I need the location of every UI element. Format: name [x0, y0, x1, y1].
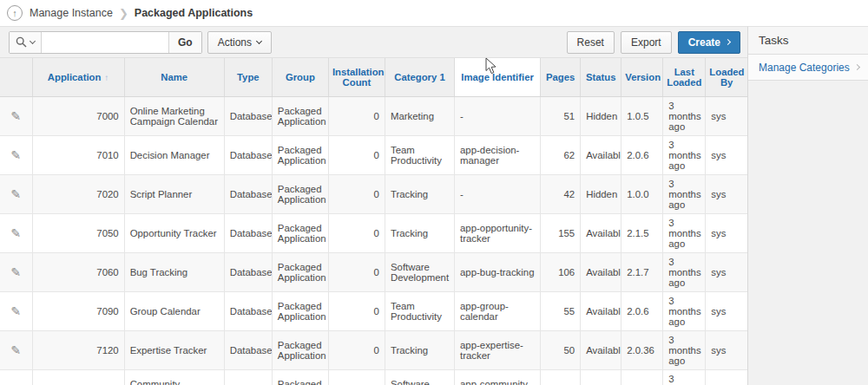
cell-application: 7090 — [32, 291, 124, 330]
search-input[interactable] — [42, 32, 168, 53]
report-toolbar: Go Actions Reset Export Create — [0, 27, 747, 58]
edit-pencil-icon[interactable]: ✎ — [10, 304, 21, 318]
cell-group: Packaged Application — [272, 96, 328, 135]
column-header-image_identifier[interactable]: Image Identifier — [455, 58, 541, 96]
column-header-application[interactable]: Application↑ — [32, 58, 124, 96]
edit-cell: ✎ — [0, 330, 32, 369]
table-header-row: Application↑NameTypeGroupInstallation Co… — [0, 58, 747, 96]
cell-last_loaded: 3 months ago — [663, 252, 706, 291]
edit-pencil-icon[interactable]: ✎ — [10, 382, 21, 385]
cell-version: 2.1.5 — [621, 213, 663, 252]
column-header-label: Pages — [546, 72, 575, 82]
edit-cell: ✎ — [0, 174, 32, 213]
applications-table: Application↑NameTypeGroupInstallation Co… — [0, 58, 747, 385]
reset-button[interactable]: Reset — [567, 31, 615, 54]
chevron-down-icon — [30, 37, 36, 43]
breadcrumb: ↑ Manage Instance ❯ Packaged Application… — [0, 0, 868, 26]
cell-name: Script Planner — [124, 174, 224, 213]
edit-cell: ✎ — [0, 135, 32, 174]
breadcrumb-manage-instance[interactable]: Manage Instance — [30, 7, 113, 19]
column-header-version[interactable]: Version — [621, 58, 663, 96]
cell-group: Packaged Application — [272, 135, 328, 174]
column-header-label: Application — [48, 72, 102, 82]
cell-status: Available — [581, 330, 621, 369]
table-row: ✎7000Online Marketing Campaign CalendarD… — [0, 96, 747, 135]
cell-last_loaded: 3 months ago — [663, 135, 706, 174]
go-button[interactable]: Go — [168, 32, 201, 53]
edit-pencil-icon[interactable]: ✎ — [10, 265, 21, 279]
cell-installation_count: 0 — [328, 330, 385, 369]
edit-pencil-icon[interactable]: ✎ — [10, 343, 21, 357]
cell-image_identifier: - — [455, 96, 541, 135]
create-button-label: Create — [688, 36, 720, 49]
cell-type: Database — [224, 369, 272, 385]
column-header-loaded_by[interactable]: Loaded By — [706, 58, 747, 96]
cell-installation_count: 0 — [328, 369, 385, 385]
column-header-name[interactable]: Name — [124, 58, 224, 96]
cell-loaded_by: sys — [706, 252, 747, 291]
actions-button-label: Actions — [218, 36, 252, 49]
cell-group: Packaged Application — [272, 213, 328, 252]
cell-category_1: Software Development — [385, 369, 454, 385]
cell-installation_count: 0 — [328, 96, 385, 135]
cell-installation_count: 0 — [328, 174, 385, 213]
cell-application: 7010 — [32, 135, 124, 174]
cell-version: 1.0.40 — [621, 369, 663, 385]
column-header-installation_count[interactable]: Installation Count — [328, 58, 385, 96]
cell-type: Database — [224, 135, 272, 174]
column-header-edit[interactable] — [0, 58, 32, 96]
cell-last_loaded: 3 months ago — [663, 174, 706, 213]
search-column-selector[interactable] — [10, 32, 42, 53]
column-header-type[interactable]: Type — [224, 58, 272, 96]
cell-pages: 77 — [541, 369, 581, 385]
cell-status: Available — [581, 369, 621, 385]
cell-type: Database — [224, 330, 272, 369]
sort-ascending-icon: ↑ — [104, 73, 108, 82]
cell-category_1: Marketing — [385, 96, 454, 135]
cell-version: 1.0.0 — [621, 174, 663, 213]
actions-button[interactable]: Actions — [207, 31, 272, 54]
cell-application: 7120 — [32, 330, 124, 369]
chevron-right-icon — [725, 39, 731, 45]
cell-application: 7130 — [32, 369, 124, 385]
cell-version: 1.0.5 — [621, 96, 663, 135]
cell-group: Packaged Application — [272, 252, 328, 291]
nav-up-icon[interactable]: ↑ — [7, 5, 23, 21]
column-header-label: Installation Count — [332, 67, 385, 88]
column-header-label: Loaded By — [709, 67, 744, 88]
cell-category_1: Software Development — [385, 252, 454, 291]
tasks-panel: Tasks Manage Categories — [747, 26, 868, 385]
cell-loaded_by: sys — [706, 291, 747, 330]
column-header-category_1[interactable]: Category 1 — [385, 58, 454, 96]
edit-pencil-icon[interactable]: ✎ — [10, 148, 21, 162]
export-button[interactable]: Export — [621, 31, 672, 54]
edit-pencil-icon[interactable]: ✎ — [10, 226, 21, 240]
column-header-group[interactable]: Group — [272, 58, 328, 96]
create-button[interactable]: Create — [678, 31, 740, 54]
cell-last_loaded: 3 months ago — [663, 369, 706, 385]
table-row: ✎7010Decision ManagerDatabasePackaged Ap… — [0, 135, 747, 174]
column-header-label: Category 1 — [394, 72, 444, 82]
cell-installation_count: 0 — [328, 252, 385, 291]
column-header-label: Group — [286, 72, 315, 82]
cell-name: Online Marketing Campaign Calendar — [124, 96, 224, 135]
cell-pages: 51 — [541, 96, 581, 135]
edit-pencil-icon[interactable]: ✎ — [10, 187, 21, 201]
cell-type: Database — [224, 252, 272, 291]
cell-version: 2.0.6 — [621, 291, 663, 330]
cell-status: Available — [581, 291, 621, 330]
toolbar-right-buttons: Reset Export Create — [567, 31, 740, 54]
edit-pencil-icon[interactable]: ✎ — [10, 109, 21, 123]
cell-type: Database — [224, 291, 272, 330]
table-row: ✎7130Community RequestsDatabasePackaged … — [0, 369, 747, 385]
cell-status: Hidden — [581, 174, 621, 213]
column-header-status[interactable]: Status — [581, 58, 621, 96]
column-header-pages[interactable]: Pages — [541, 58, 581, 96]
column-header-label: Status — [586, 72, 616, 82]
cell-image_identifier: app-opportunity-tracker — [455, 213, 541, 252]
chevron-down-icon — [256, 37, 262, 43]
cell-name: Decision Manager — [124, 135, 224, 174]
task-item-manage-categories[interactable]: Manage Categories — [748, 55, 868, 81]
column-header-last_loaded[interactable]: Last Loaded — [663, 58, 706, 96]
cell-group: Packaged Application — [272, 330, 328, 369]
